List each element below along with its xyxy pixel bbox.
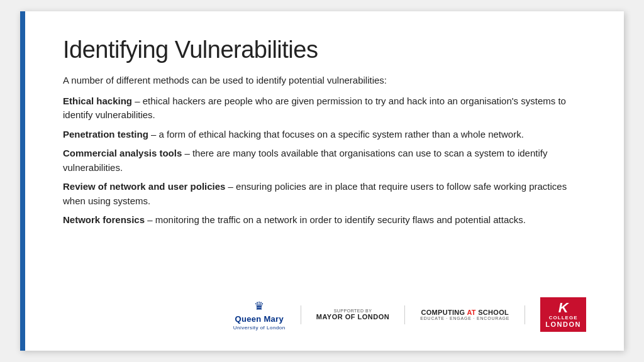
bullet-desc-1: – ethical hackers are people who are giv… [63, 96, 566, 121]
divider-3 [525, 305, 525, 324]
mayor-supported-text: SUPPORTED BY [334, 309, 372, 313]
bullet-term-1: Ethical hacking [63, 96, 132, 106]
mayor-logo: SUPPORTED BY MAYOR OF LONDON [316, 309, 390, 321]
qm-crown-icon: ♛ [254, 299, 264, 313]
list-item: Ethical hacking – ethical hackers are pe… [63, 94, 586, 123]
kcl-k-letter: K [558, 301, 569, 315]
divider-1 [301, 305, 301, 324]
bullet-desc-5: – monitoring the traffic on a network in… [145, 214, 526, 225]
bullet-term-4: Review of network and user policies [63, 181, 225, 192]
cas-subtitle: EDUCATE · ENGAGE · ENCOURAGE [420, 316, 509, 321]
cas-name: COMPUTING AT SCHOOL [421, 309, 509, 316]
bullet-desc-2: – a form of ethical hacking that focuses… [148, 129, 524, 140]
kcl-logo: K College LONDON [540, 297, 586, 332]
list-item: Penetration testing – a form of ethical … [63, 128, 586, 142]
qm-name: Queen Mary [235, 314, 284, 324]
kcl-college-text: College [549, 315, 578, 321]
slide: Identifying Vulnerabilities A number of … [20, 11, 624, 351]
cas-logo: COMPUTING AT SCHOOL EDUCATE · ENGAGE · E… [420, 309, 509, 321]
list-item: Commercial analysis tools – there are ma… [63, 146, 586, 175]
slide-title: Identifying Vulnerabilities [63, 36, 586, 63]
qm-subtitle: University of London [233, 325, 286, 331]
list-item: Network forensics – monitoring the traff… [63, 213, 586, 228]
kcl-london-text: LONDON [545, 321, 581, 328]
footer: ♛ Queen Mary University of London SUPPOR… [63, 291, 586, 332]
bullet-term-3: Commercial analysis tools [63, 148, 182, 158]
queen-mary-logo: ♛ Queen Mary University of London [233, 299, 286, 331]
list-item: Review of network and user policies – en… [63, 180, 586, 208]
slide-intro: A number of different methods can be use… [63, 74, 586, 88]
bullet-list: Ethical hacking – ethical hackers are pe… [63, 94, 586, 292]
bullet-term-5: Network forensics [63, 214, 145, 225]
bullet-term-2: Penetration testing [63, 129, 148, 140]
mayor-name: MAYOR OF LONDON [316, 313, 390, 321]
divider-2 [404, 305, 405, 324]
